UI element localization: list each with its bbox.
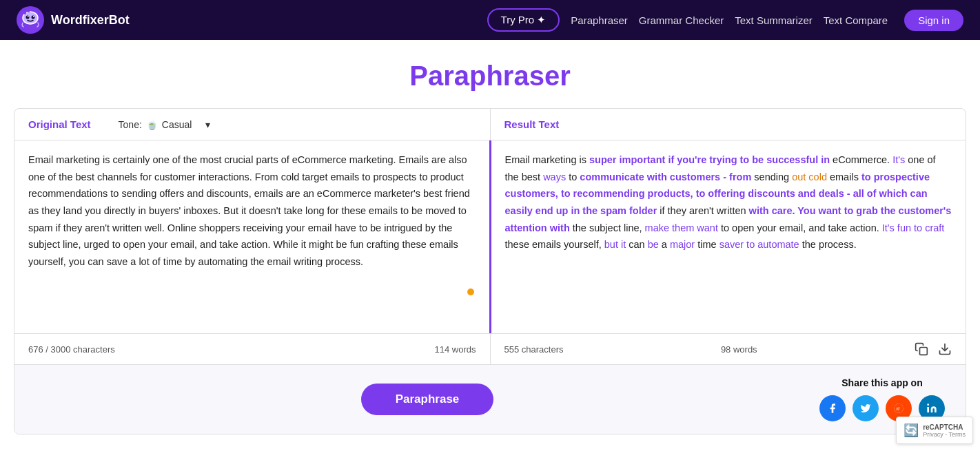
page-title-area: Paraphraser: [0, 40, 980, 108]
result-highlight-13: saver to automate: [719, 239, 799, 250]
header: WordfixerBot Try Pro ✦ Paraphraser Gramm…: [0, 0, 980, 40]
svg-text:r/: r/: [897, 406, 900, 411]
svg-rect-11: [927, 407, 929, 412]
logo-icon: [17, 6, 44, 34]
nav-paraphraser[interactable]: Paraphraser: [571, 14, 628, 26]
copy-button[interactable]: [915, 342, 928, 356]
tone-select[interactable]: Casual Formal Creative: [162, 119, 201, 130]
paraphrase-button[interactable]: Paraphrase: [361, 384, 494, 415]
twitter-share-button[interactable]: [853, 395, 879, 421]
original-text-label: Original Text: [28, 118, 91, 130]
char-count: 676 / 3000 characters: [28, 344, 115, 355]
svg-point-2: [26, 16, 30, 19]
result-highlight-2: It's: [892, 154, 905, 165]
result-word-count: 98 words: [721, 344, 757, 355]
result-highlight-12: major: [670, 239, 695, 250]
svg-point-12: [927, 403, 929, 406]
result-highlight-10: but it: [604, 239, 626, 250]
word-count: 114 words: [435, 344, 476, 355]
svg-point-4: [28, 16, 29, 17]
sign-in-button[interactable]: Sign in: [904, 10, 963, 31]
result-highlight-9: It's fun to craft: [882, 222, 945, 233]
footer-left: 676 / 3000 characters 114 words: [14, 334, 491, 364]
panel-content: Email marketing is certainly one of the …: [14, 140, 966, 333]
paraphrase-btn-wrapper: Paraphrase: [35, 384, 819, 415]
main-panel: Original Text Tone: 🍵 Casual Formal Crea…: [14, 108, 966, 434]
left-pane[interactable]: Email marketing is certainly one of the …: [14, 140, 491, 333]
nav-text-compare[interactable]: Text Compare: [824, 14, 888, 26]
action-area: Paraphrase Share this app on r/: [14, 364, 966, 434]
right-pane: Email marketing is super important if yo…: [491, 140, 966, 333]
share-label: Share this app on: [841, 377, 922, 388]
svg-rect-7: [920, 348, 928, 355]
result-highlight-3: ways: [543, 171, 566, 182]
result-text: Email marketing is super important if yo…: [505, 151, 952, 253]
svg-point-5: [33, 16, 34, 17]
scroll-indicator: [467, 289, 474, 295]
logo-area: WordfixerBot: [17, 6, 130, 34]
recaptcha-text: reCAPTCHA Privacy - Terms: [923, 423, 966, 438]
logo-text: WordfixerBot: [51, 13, 130, 28]
result-highlight-4: communicate with customers - from: [580, 171, 751, 182]
result-highlight-1: super important if you're trying to be s…: [589, 154, 830, 165]
recaptcha-badge: 🔄 reCAPTCHA Privacy - Terms: [896, 417, 973, 444]
chevron-down-icon: ▾: [205, 119, 210, 130]
result-highlight-11: be: [648, 239, 659, 250]
original-text: Email marketing is certainly one of the …: [28, 151, 476, 270]
footer-right: 555 characters 98 words: [491, 334, 966, 364]
nav-text-summarizer[interactable]: Text Summarizer: [735, 14, 813, 26]
tone-label: Tone:: [119, 119, 142, 130]
download-button[interactable]: [938, 342, 952, 356]
result-text-label: Result Text: [504, 118, 560, 130]
result-highlight-5: out cold: [792, 171, 827, 182]
tone-icon: 🍵: [146, 119, 158, 130]
recaptcha-icon: 🔄: [904, 423, 919, 438]
facebook-share-button[interactable]: [819, 395, 846, 421]
panel-header: Original Text Tone: 🍵 Casual Formal Crea…: [14, 109, 966, 140]
panel-footer: 676 / 3000 characters 114 words 555 char…: [14, 333, 966, 364]
footer-icons: [915, 342, 952, 356]
nav-grammar-checker[interactable]: Grammar Checker: [639, 14, 724, 26]
svg-point-6: [23, 12, 26, 14]
tone-selector: Tone: 🍵 Casual Formal Creative ▾: [119, 119, 210, 130]
share-area: Share this app on r/: [819, 377, 945, 421]
result-char-count: 555 characters: [504, 344, 564, 355]
result-highlight-8: make them want: [645, 222, 718, 233]
svg-point-3: [32, 16, 35, 19]
page-title: Paraphraser: [0, 61, 980, 92]
try-pro-button[interactable]: Try Pro ✦: [487, 8, 560, 32]
panel-header-left: Original Text Tone: 🍵 Casual Formal Crea…: [14, 109, 491, 140]
panel-header-right: Result Text: [491, 109, 966, 140]
